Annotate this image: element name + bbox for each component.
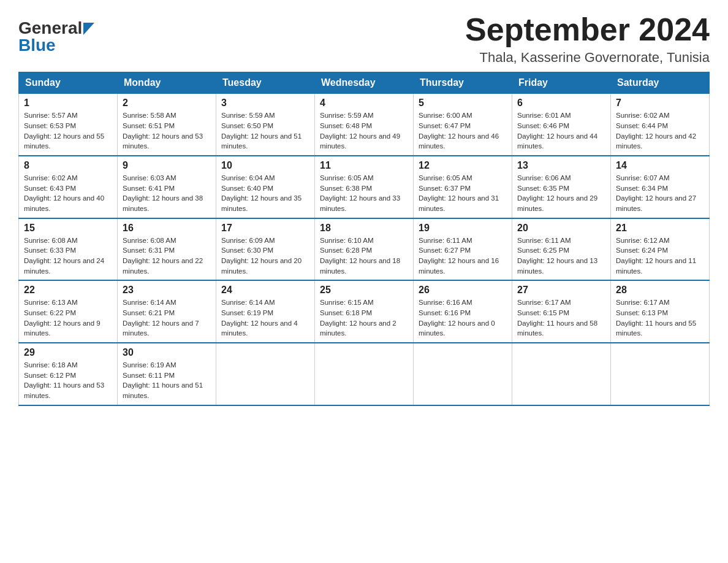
day-info: Sunrise: 6:18 AMSunset: 6:12 PMDaylight:… <box>24 360 112 401</box>
day-info: Sunrise: 5:59 AMSunset: 6:48 PMDaylight:… <box>320 110 408 151</box>
day-number: 14 <box>616 160 704 171</box>
calendar-body: 1Sunrise: 5:57 AMSunset: 6:53 PMDaylight… <box>19 94 710 405</box>
table-row: 1Sunrise: 5:57 AMSunset: 6:53 PMDaylight… <box>19 94 118 156</box>
day-number: 13 <box>517 160 605 171</box>
table-row: 6Sunrise: 6:01 AMSunset: 6:46 PMDaylight… <box>512 94 611 156</box>
day-info: Sunrise: 6:05 AMSunset: 6:37 PMDaylight:… <box>419 173 507 214</box>
day-number: 10 <box>221 160 309 171</box>
page-header: General Blue September 2024 Thala, Kasse… <box>18 12 710 66</box>
table-row: 19Sunrise: 6:11 AMSunset: 6:27 PMDayligh… <box>414 218 512 281</box>
calendar-header: Sunday Monday Tuesday Wednesday Thursday… <box>19 72 710 94</box>
table-row: 10Sunrise: 6:04 AMSunset: 6:40 PMDayligh… <box>216 156 315 218</box>
table-row: 11Sunrise: 6:05 AMSunset: 6:38 PMDayligh… <box>315 156 414 218</box>
day-number: 30 <box>123 347 211 358</box>
table-row <box>611 343 710 405</box>
day-info: Sunrise: 6:08 AMSunset: 6:31 PMDaylight:… <box>123 236 211 277</box>
calendar-table: Sunday Monday Tuesday Wednesday Thursday… <box>18 72 710 405</box>
day-info: Sunrise: 6:04 AMSunset: 6:40 PMDaylight:… <box>221 173 309 214</box>
day-info: Sunrise: 6:13 AMSunset: 6:22 PMDaylight:… <box>24 297 112 339</box>
col-sunday: Sunday <box>19 72 118 94</box>
day-number: 28 <box>616 285 704 296</box>
col-monday: Monday <box>118 72 216 94</box>
day-number: 26 <box>419 285 507 296</box>
table-row: 23Sunrise: 6:14 AMSunset: 6:21 PMDayligh… <box>118 280 216 343</box>
table-row <box>512 343 611 405</box>
table-row: 7Sunrise: 6:02 AMSunset: 6:44 PMDaylight… <box>611 94 710 156</box>
col-wednesday: Wednesday <box>315 72 414 94</box>
calendar-week-row: 29Sunrise: 6:18 AMSunset: 6:12 PMDayligh… <box>19 343 710 405</box>
day-info: Sunrise: 6:01 AMSunset: 6:46 PMDaylight:… <box>517 110 605 151</box>
day-info: Sunrise: 6:07 AMSunset: 6:34 PMDaylight:… <box>616 173 704 214</box>
col-thursday: Thursday <box>414 72 512 94</box>
table-row: 16Sunrise: 6:08 AMSunset: 6:31 PMDayligh… <box>118 218 216 281</box>
day-number: 20 <box>517 223 605 234</box>
day-number: 18 <box>320 223 408 234</box>
day-info: Sunrise: 6:05 AMSunset: 6:38 PMDaylight:… <box>320 173 408 214</box>
table-row: 14Sunrise: 6:07 AMSunset: 6:34 PMDayligh… <box>611 156 710 218</box>
table-row: 15Sunrise: 6:08 AMSunset: 6:33 PMDayligh… <box>19 218 118 281</box>
table-row: 25Sunrise: 6:15 AMSunset: 6:18 PMDayligh… <box>315 280 414 343</box>
day-info: Sunrise: 6:11 AMSunset: 6:27 PMDaylight:… <box>419 236 507 277</box>
day-info: Sunrise: 6:06 AMSunset: 6:35 PMDaylight:… <box>517 173 605 214</box>
day-info: Sunrise: 6:02 AMSunset: 6:43 PMDaylight:… <box>24 173 112 214</box>
day-info: Sunrise: 6:10 AMSunset: 6:28 PMDaylight:… <box>320 236 408 277</box>
day-info: Sunrise: 6:17 AMSunset: 6:13 PMDaylight:… <box>616 297 704 339</box>
table-row: 22Sunrise: 6:13 AMSunset: 6:22 PMDayligh… <box>19 280 118 343</box>
table-row: 27Sunrise: 6:17 AMSunset: 6:15 PMDayligh… <box>512 280 611 343</box>
table-row: 21Sunrise: 6:12 AMSunset: 6:24 PMDayligh… <box>611 218 710 281</box>
table-row: 28Sunrise: 6:17 AMSunset: 6:13 PMDayligh… <box>611 280 710 343</box>
table-row: 30Sunrise: 6:19 AMSunset: 6:11 PMDayligh… <box>118 343 216 405</box>
day-number: 12 <box>419 160 507 171</box>
table-row <box>315 343 414 405</box>
table-row: 26Sunrise: 6:16 AMSunset: 6:16 PMDayligh… <box>414 280 512 343</box>
table-row: 9Sunrise: 6:03 AMSunset: 6:41 PMDaylight… <box>118 156 216 218</box>
day-number: 1 <box>24 98 112 109</box>
logo-arrow-icon <box>83 23 94 35</box>
table-row: 2Sunrise: 5:58 AMSunset: 6:51 PMDaylight… <box>118 94 216 156</box>
table-row <box>414 343 512 405</box>
day-number: 5 <box>419 98 507 109</box>
day-number: 3 <box>221 98 309 109</box>
page-subtitle: Thala, Kasserine Governorate, Tunisia <box>465 50 710 66</box>
logo-blue-text: Blue <box>18 36 56 55</box>
day-number: 9 <box>123 160 211 171</box>
table-row: 13Sunrise: 6:06 AMSunset: 6:35 PMDayligh… <box>512 156 611 218</box>
day-info: Sunrise: 6:03 AMSunset: 6:41 PMDaylight:… <box>123 173 211 214</box>
calendar-week-row: 15Sunrise: 6:08 AMSunset: 6:33 PMDayligh… <box>19 218 710 281</box>
calendar-week-row: 22Sunrise: 6:13 AMSunset: 6:22 PMDayligh… <box>19 280 710 343</box>
day-info: Sunrise: 5:59 AMSunset: 6:50 PMDaylight:… <box>221 110 309 151</box>
table-row: 12Sunrise: 6:05 AMSunset: 6:37 PMDayligh… <box>414 156 512 218</box>
title-block: September 2024 Thala, Kasserine Governor… <box>465 12 710 66</box>
col-saturday: Saturday <box>611 72 710 94</box>
day-info: Sunrise: 6:19 AMSunset: 6:11 PMDaylight:… <box>123 360 211 401</box>
logo: General Blue <box>18 18 94 55</box>
col-tuesday: Tuesday <box>216 72 315 94</box>
day-info: Sunrise: 6:09 AMSunset: 6:30 PMDaylight:… <box>221 236 309 277</box>
day-info: Sunrise: 6:00 AMSunset: 6:47 PMDaylight:… <box>419 110 507 151</box>
day-info: Sunrise: 6:14 AMSunset: 6:19 PMDaylight:… <box>221 297 309 339</box>
table-row: 24Sunrise: 6:14 AMSunset: 6:19 PMDayligh… <box>216 280 315 343</box>
day-number: 22 <box>24 285 112 296</box>
day-number: 21 <box>616 223 704 234</box>
day-number: 25 <box>320 285 408 296</box>
table-row: 3Sunrise: 5:59 AMSunset: 6:50 PMDaylight… <box>216 94 315 156</box>
day-info: Sunrise: 6:12 AMSunset: 6:24 PMDaylight:… <box>616 236 704 277</box>
svg-marker-0 <box>83 23 94 35</box>
table-row: 20Sunrise: 6:11 AMSunset: 6:25 PMDayligh… <box>512 218 611 281</box>
day-info: Sunrise: 6:14 AMSunset: 6:21 PMDaylight:… <box>123 297 211 339</box>
day-info: Sunrise: 6:11 AMSunset: 6:25 PMDaylight:… <box>517 236 605 277</box>
day-number: 4 <box>320 98 408 109</box>
day-number: 23 <box>123 285 211 296</box>
table-row: 4Sunrise: 5:59 AMSunset: 6:48 PMDaylight… <box>315 94 414 156</box>
day-info: Sunrise: 6:02 AMSunset: 6:44 PMDaylight:… <box>616 110 704 151</box>
calendar-week-row: 1Sunrise: 5:57 AMSunset: 6:53 PMDaylight… <box>19 94 710 156</box>
table-row: 8Sunrise: 6:02 AMSunset: 6:43 PMDaylight… <box>19 156 118 218</box>
days-of-week-row: Sunday Monday Tuesday Wednesday Thursday… <box>19 72 710 94</box>
day-number: 17 <box>221 223 309 234</box>
day-number: 16 <box>123 223 211 234</box>
day-info: Sunrise: 6:15 AMSunset: 6:18 PMDaylight:… <box>320 297 408 339</box>
day-info: Sunrise: 5:58 AMSunset: 6:51 PMDaylight:… <box>123 110 211 151</box>
page-title: September 2024 <box>465 12 710 47</box>
day-number: 29 <box>24 347 112 358</box>
day-number: 24 <box>221 285 309 296</box>
